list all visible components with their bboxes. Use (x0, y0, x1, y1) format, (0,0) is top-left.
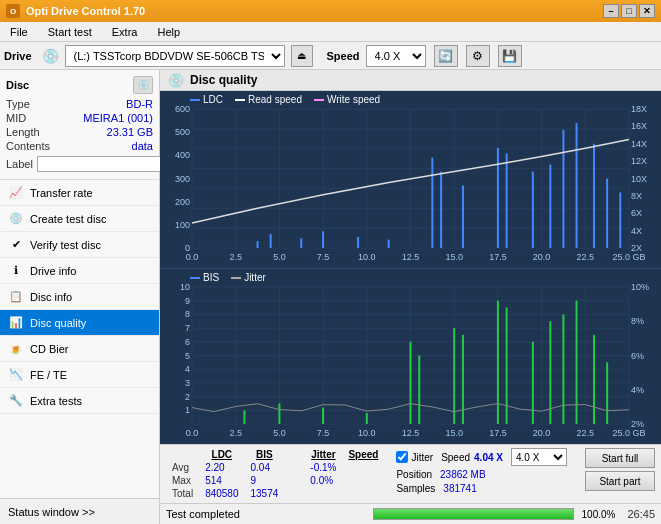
verify-test-disc-icon: ✔ (8, 237, 24, 253)
window-controls: – □ ✕ (603, 4, 655, 18)
max-ldc: 514 (199, 474, 244, 487)
mid-value: MEIRA1 (001) (83, 112, 153, 124)
stats-table: LDC BIS Jitter Speed Avg 2.20 0.04 -0.1%… (166, 448, 384, 500)
content-area: 💿 Disc quality LDC Read speed (160, 70, 661, 524)
drive-label: Drive (4, 50, 32, 62)
avg-label: Avg (166, 461, 199, 474)
speed-row: Speed 4.04 X (441, 452, 503, 463)
maximize-button[interactable]: □ (621, 4, 637, 18)
disc-section-title: Disc (6, 79, 29, 91)
drive-bar: Drive 💿 (L:) TSSTcorp BDDVDW SE-506CB TS… (0, 42, 661, 70)
jitter-checkbox-row: Jitter (396, 451, 433, 463)
jitter-legend-dot (231, 277, 241, 279)
menu-help[interactable]: Help (151, 24, 186, 40)
position-label: Position (396, 469, 432, 480)
time-text: 26:45 (627, 508, 655, 520)
status-text: Test completed (166, 508, 365, 520)
stats-bar: LDC BIS Jitter Speed Avg 2.20 0.04 -0.1%… (160, 444, 661, 503)
create-test-disc-icon: 💿 (8, 211, 24, 227)
minimize-button[interactable]: – (603, 4, 619, 18)
bis-legend-label: BIS (203, 272, 219, 283)
main-layout: Disc 💿 Type BD-R MID MEIRA1 (001) Length… (0, 70, 661, 524)
speed-stat-val: 4.04 X (474, 452, 503, 463)
chart1-legend: LDC Read speed Write speed (190, 94, 380, 105)
speed-stat-label: Speed (441, 452, 470, 463)
sidebar-item-fe-te[interactable]: 📉 FE / TE (0, 362, 159, 388)
sidebar-item-disc-quality[interactable]: 📊 Disc quality (0, 310, 159, 336)
avg-bis: 0.04 (245, 461, 285, 474)
sidebar-item-extra-tests[interactable]: 🔧 Extra tests (0, 388, 159, 414)
start-part-button[interactable]: Start part (585, 471, 655, 491)
chart2-canvas (160, 269, 661, 442)
verify-test-disc-label: Verify test disc (30, 239, 101, 251)
start-full-button[interactable]: Start full (585, 448, 655, 468)
max-bis: 9 (245, 474, 285, 487)
status-window-button[interactable]: Status window >> (0, 498, 159, 524)
ldc-header: LDC (199, 448, 244, 461)
sidebar-item-create-test-disc[interactable]: 💿 Create test disc (0, 206, 159, 232)
chart2-container: BIS Jitter (160, 269, 661, 444)
ldc-legend-label: LDC (203, 94, 223, 105)
legend-bis: BIS (190, 272, 219, 283)
close-button[interactable]: ✕ (639, 4, 655, 18)
avg-jitter: -0.1% (304, 461, 342, 474)
total-ldc: 840580 (199, 487, 244, 500)
sidebar-item-verify-test-disc[interactable]: ✔ Verify test disc (0, 232, 159, 258)
transfer-rate-icon: 📈 (8, 185, 24, 201)
samples-row: Samples 381741 (396, 483, 567, 494)
legend-read: Read speed (235, 94, 302, 105)
sidebar: Disc 💿 Type BD-R MID MEIRA1 (001) Length… (0, 70, 160, 524)
charts-wrapper: LDC Read speed Write speed (160, 91, 661, 444)
menu-extra[interactable]: Extra (106, 24, 144, 40)
bis-legend-dot (190, 277, 200, 279)
stats-speed-select[interactable]: 4.0 X (511, 448, 567, 466)
label-input[interactable] (37, 156, 170, 172)
settings-button[interactable]: ⚙ (466, 45, 490, 67)
sidebar-item-transfer-rate[interactable]: 📈 Transfer rate (0, 180, 159, 206)
drive-info-icon: ℹ (8, 263, 24, 279)
app-title: Opti Drive Control 1.70 (26, 5, 145, 17)
disc-quality-header-icon: 💿 (168, 73, 184, 88)
drive-select[interactable]: (L:) TSSTcorp BDDVDW SE-506CB TS02 (65, 45, 285, 67)
nav-list: 📈 Transfer rate 💿 Create test disc ✔ Ver… (0, 180, 159, 498)
eject-button[interactable]: ⏏ (291, 45, 313, 67)
refresh-button[interactable]: 🔄 (434, 45, 458, 67)
app-icon: O (6, 4, 20, 18)
bis-header: BIS (245, 448, 285, 461)
sidebar-item-disc-info[interactable]: 📋 Disc info (0, 284, 159, 310)
contents-value: data (132, 140, 153, 152)
sidebar-item-drive-info[interactable]: ℹ Drive info (0, 258, 159, 284)
ldc-legend-dot (190, 99, 200, 101)
type-label: Type (6, 98, 30, 110)
chart1-container: LDC Read speed Write speed (160, 91, 661, 269)
menu-file[interactable]: File (4, 24, 34, 40)
cd-bier-icon: 🍺 (8, 341, 24, 357)
contents-label: Contents (6, 140, 50, 152)
chart1-canvas (160, 91, 661, 266)
samples-label: Samples (396, 483, 435, 494)
fe-te-icon: 📉 (8, 367, 24, 383)
jitter-checkbox[interactable] (396, 451, 408, 463)
speed-select[interactable]: 4.0 X (366, 45, 426, 67)
disc-quality-label: Disc quality (30, 317, 86, 329)
transfer-rate-label: Transfer rate (30, 187, 93, 199)
avg-ldc: 2.20 (199, 461, 244, 474)
progress-text: 100.0% (582, 509, 616, 520)
menu-start-test[interactable]: Start test (42, 24, 98, 40)
jitter-speed-row: Jitter Speed 4.04 X 4.0 X (396, 448, 567, 466)
disc-info-label: Disc info (30, 291, 72, 303)
sidebar-item-cd-bier[interactable]: 🍺 CD Bier (0, 336, 159, 362)
fe-te-label: FE / TE (30, 369, 67, 381)
mid-label: MID (6, 112, 26, 124)
disc-quality-header: 💿 Disc quality (160, 70, 661, 91)
jitter-legend-label: Jitter (244, 272, 266, 283)
stats-right-panel: Jitter Speed 4.04 X 4.0 X Position 23862… (396, 448, 567, 494)
legend-ldc: LDC (190, 94, 223, 105)
menu-bar: File Start test Extra Help (0, 22, 661, 42)
disk-button[interactable]: 💾 (498, 45, 522, 67)
disc-panel: Disc 💿 Type BD-R MID MEIRA1 (001) Length… (0, 70, 159, 180)
drive-disc-icon: 💿 (42, 48, 59, 64)
progress-bar-container (373, 508, 574, 520)
read-legend-label: Read speed (248, 94, 302, 105)
label-label: Label (6, 158, 33, 170)
